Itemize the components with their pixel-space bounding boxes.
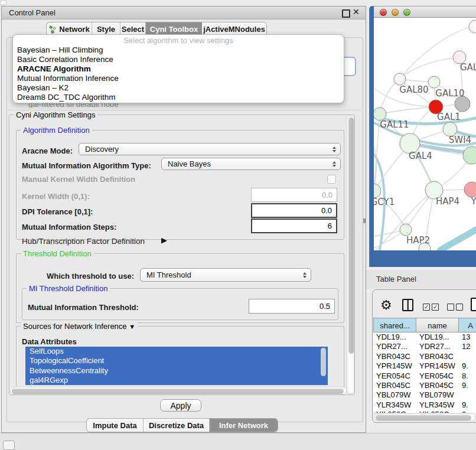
network-node[interactable] (428, 76, 440, 88)
table-cell: YBR045C (373, 381, 416, 390)
settings-hscroll-thumb[interactable] (12, 389, 344, 394)
data-attribute-item[interactable]: SelfLoops (25, 347, 328, 356)
table-cell: YBL079W (373, 390, 416, 400)
table-row[interactable]: YBR045CYBR045C9. (373, 381, 476, 390)
manual-kernel-checkbox[interactable] (327, 175, 336, 184)
partial-table-icon[interactable] (471, 298, 476, 311)
table-row[interactable]: YLR345WYLR345W9. (373, 400, 476, 410)
tab-infer-network[interactable]: Infer Network (210, 419, 278, 432)
table-panel-title: Table Panel (376, 275, 416, 283)
table-cell: YBR043C (416, 352, 459, 361)
tab-discretize-data-label: Discretize Data (149, 421, 204, 430)
expander-arrow-icon[interactable]: ▶ (161, 236, 167, 244)
control-panel-titlebar[interactable]: Control Panel ✕ (2, 6, 366, 19)
algorithm-option[interactable]: Bayesian – Hill Climbing (13, 45, 344, 55)
settings-vertical-scrollbar[interactable] (347, 116, 354, 394)
data-attribute-item[interactable]: gal4RGexp (25, 376, 328, 385)
node-label: GAL4 (409, 151, 432, 161)
float-window-icon[interactable] (342, 9, 350, 18)
table-row[interactable]: YBL079WYBL079W (373, 390, 476, 400)
network-icon (48, 25, 57, 34)
algorithm-option[interactable]: Dream8 DC_TDC Algorithm (13, 93, 344, 102)
combo-stepper-icon (332, 161, 336, 167)
node-label: GAL80 (399, 84, 428, 95)
sources-title-text: Sources for Network Inference (23, 322, 127, 331)
tab-impute-data[interactable]: Impute Data (87, 419, 144, 432)
network-node[interactable] (374, 107, 386, 120)
apply-button[interactable]: Apply (160, 399, 201, 412)
aracne-mode-label: Aracne Mode: (22, 146, 73, 155)
mi-threshold-label: Mutual Information Threshold: (28, 303, 139, 312)
network-window-titlebar[interactable] (374, 6, 476, 18)
table-cell: 9. (459, 381, 476, 390)
network-node[interactable] (400, 224, 412, 236)
table-cell: YBR043C (373, 352, 416, 361)
network-node[interactable] (374, 184, 381, 198)
dpi-tolerance-field[interactable]: 0.0 (251, 203, 337, 218)
table-cell: 13 (459, 332, 476, 342)
table-horizontal-scrollbar[interactable] (374, 413, 475, 421)
window-notch (0, 0, 6, 5)
column-header-shared-name[interactable]: shared... (373, 318, 416, 332)
network-node[interactable] (394, 73, 406, 85)
aracne-mode-combo[interactable]: Discovery (79, 143, 341, 155)
table-cell: YLR345W (373, 400, 416, 410)
algorithm-option[interactable]: Basic Correlation Inference (13, 55, 344, 64)
table-row[interactable]: YER054CYER054C8. (373, 371, 476, 381)
network-node[interactable] (463, 146, 476, 164)
unchecked-pair-icon[interactable] (447, 301, 465, 312)
close-icon[interactable]: ✕ (353, 7, 360, 17)
table-cell: YIL052C (373, 410, 416, 413)
combo-stepper-icon (332, 146, 336, 152)
mi-threshold-field[interactable]: 0.5 (249, 299, 335, 314)
minimize-light-icon[interactable] (392, 9, 399, 16)
gear-icon[interactable]: ⚙ (380, 298, 392, 313)
network-node[interactable] (469, 20, 476, 33)
column-header-name[interactable]: name (416, 318, 459, 332)
tab-discretize-data[interactable]: Discretize Data (144, 419, 210, 432)
table-row[interactable]: YDR27...YDR27...12 (373, 342, 476, 351)
node-label: Y (470, 196, 476, 207)
algorithm-option[interactable]: Bayesian – K2 (13, 83, 344, 93)
mi-steps-field[interactable]: 6 (251, 219, 337, 233)
table-row[interactable]: YPR145WYPR145W9. (373, 361, 476, 371)
collapse-arrow-icon[interactable]: ▼ (129, 323, 135, 330)
panel-divider-grip[interactable] (363, 219, 366, 223)
close-light-icon[interactable] (380, 9, 387, 16)
table-hscroll-thumb[interactable] (376, 415, 471, 420)
sources-title[interactable]: Sources for Network Inference ▼ (21, 322, 138, 331)
zoom-light-icon[interactable] (403, 9, 410, 16)
network-node[interactable] (464, 182, 476, 197)
checkbox-checked-icon: ✓ (432, 304, 439, 311)
tab-style-label: Style (97, 25, 115, 34)
hub-expander-label[interactable]: Hub/Transcription Factor Definition (22, 237, 145, 246)
algorithm-option[interactable]: Mutual Information Inference (13, 74, 344, 83)
table-cell: YDL19... (373, 332, 416, 342)
table-row[interactable]: YIL052CYIL052C0. (373, 410, 476, 413)
mi-type-combo[interactable]: Naive Bayes (161, 158, 341, 170)
attributes-scroll-thumb[interactable] (321, 348, 326, 376)
checked-pair-icon[interactable]: ✓✓ (423, 301, 441, 312)
corner-panel-button[interactable] (3, 441, 15, 450)
table-row[interactable]: YBR043CYBR043C (373, 352, 476, 361)
table-cell: 8. (459, 371, 476, 381)
data-attribute-item[interactable]: TopologicalCoefficient (25, 356, 328, 366)
settings-horizontal-scrollbar[interactable] (10, 387, 347, 394)
network-canvas[interactable]: GALGAL80GAL10GAL1GAL11SWI4GAL4GCY1HAP4YH… (374, 18, 476, 250)
algorithm-option[interactable]: ARACNE Algorithm (13, 64, 344, 74)
node-label: GAL11 (380, 119, 409, 130)
table-cell: YBL079W (416, 390, 459, 400)
table-cell: 9. (459, 361, 476, 371)
table-body: YDL19...YDL19...13YDR27...YDR27...12YBR0… (373, 332, 476, 413)
column-header-partial[interactable]: A (459, 318, 476, 332)
node-label: HAP2 (406, 235, 430, 246)
split-columns-icon[interactable] (402, 299, 413, 311)
threshold-definition-title: Threshold Definition (21, 249, 94, 258)
which-threshold-combo[interactable]: MI Threshold (140, 268, 311, 282)
settings-vscroll-thumb[interactable] (348, 118, 354, 354)
table-row[interactable]: YDL19...YDL19...13 (373, 332, 476, 342)
table-cell: YER054C (416, 371, 459, 381)
mi-threshold-value: 0.5 (319, 302, 330, 311)
table-cell (459, 352, 476, 361)
data-attribute-item[interactable]: BetweennessCentrality (25, 366, 328, 376)
